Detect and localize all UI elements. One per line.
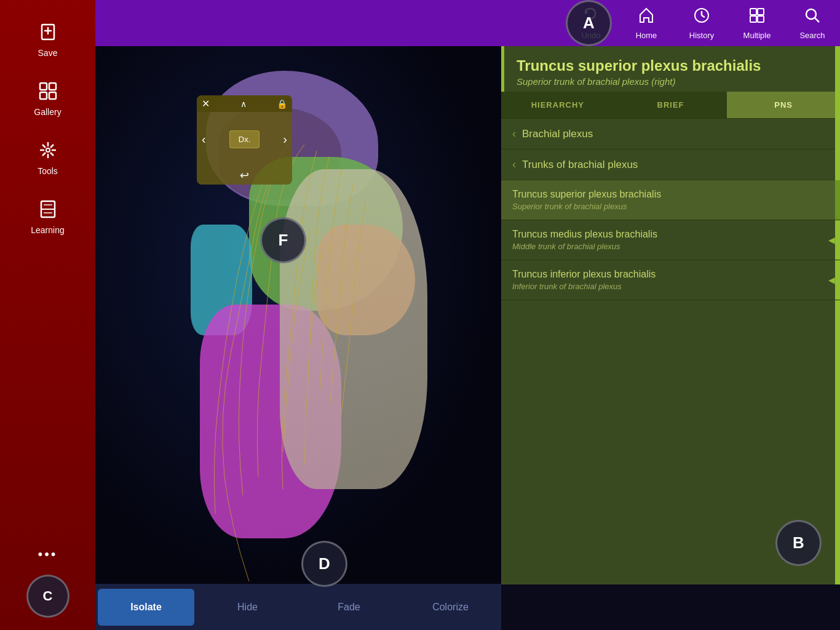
fp-main-controls: ‹ Dx. › <box>197 112 292 166</box>
svg-line-29 <box>815 18 819 22</box>
sidebar-c-button[interactable]: C <box>26 575 69 618</box>
rp-accent-bar <box>835 46 840 584</box>
3d-viewport[interactable]: ✕ ∧ 🔒 ‹ Dx. › ↩ F <box>95 46 501 584</box>
svg-line-23 <box>702 15 705 17</box>
item-title-1: Truncus superior plexus brachialis <box>512 189 829 200</box>
svg-point-7 <box>46 148 50 152</box>
home-icon <box>637 6 656 28</box>
skull-shape <box>280 169 427 489</box>
sidebar-item-learning[interactable]: Learning <box>11 189 85 242</box>
tab-hierarchy[interactable]: HIERARCHY <box>501 92 614 118</box>
svg-rect-6 <box>49 92 56 99</box>
top-toolbar: A Undo Home History <box>95 0 840 46</box>
save-icon <box>36 20 60 44</box>
history-label: History <box>689 31 714 40</box>
svg-rect-5 <box>40 92 47 99</box>
tab-pns[interactable]: PNS <box>727 92 840 118</box>
search-label: Search <box>799 31 825 40</box>
svg-line-13 <box>50 153 53 156</box>
breadcrumb-brachial-plexus[interactable]: ‹ Brachial plexus <box>501 119 840 150</box>
rp-subtitle: Superior trunk of brachial plexus (right… <box>517 76 828 87</box>
list-item-superior-trunk[interactable]: Truncus superior plexus brachialis Super… <box>501 180 840 220</box>
svg-line-12 <box>42 145 46 148</box>
fp-close-button[interactable]: ✕ <box>202 98 210 110</box>
svg-rect-27 <box>758 16 764 22</box>
breadcrumb-text-1: Brachial plexus <box>522 128 593 140</box>
svg-line-15 <box>42 153 46 156</box>
sidebar-learning-label: Learning <box>31 225 65 235</box>
toolbar-history-button[interactable]: History <box>674 1 729 45</box>
rp-tabs: HIERARCHY BRIEF PNS <box>501 92 840 119</box>
item-title-3: Truncus inferior plexus brachialis <box>512 269 829 280</box>
fp-collapse-button[interactable]: ∧ <box>240 99 247 109</box>
label-a: A <box>566 0 612 46</box>
toolbar-search-button[interactable]: Search <box>785 1 840 45</box>
item-subtitle-2: Middle trunk of brachial plexus <box>512 242 829 251</box>
label-b: B <box>775 520 822 566</box>
floating-control-panel: ✕ ∧ 🔒 ‹ Dx. › ↩ <box>197 95 292 185</box>
item-arrow-3: ◀ <box>828 275 835 285</box>
rp-title: Truncus superior plexus brachialis <box>517 57 828 74</box>
sidebar-tools-label: Tools <box>38 166 58 176</box>
bottom-isolate-button[interactable]: Isolate <box>98 589 194 626</box>
breadcrumb-text-2: Trunks of brachial plexus <box>522 159 638 171</box>
right-info-panel: Truncus superior plexus brachialis Super… <box>501 46 840 584</box>
sidebar-item-tools[interactable]: Tools <box>11 130 85 183</box>
fp-undo-button[interactable]: ↩ <box>240 169 249 182</box>
fp-undo-row: ↩ <box>197 166 292 185</box>
svg-rect-25 <box>758 9 764 15</box>
sidebar-item-gallery[interactable]: Gallery <box>11 71 85 124</box>
svg-rect-26 <box>750 16 756 22</box>
fp-prev-button[interactable]: ‹ <box>202 132 206 146</box>
multiple-icon <box>748 6 766 28</box>
bottom-hide-button[interactable]: Hide <box>199 589 296 626</box>
list-item-medius-trunk[interactable]: Truncus medius plexus brachialis Middle … <box>501 220 840 260</box>
tools-icon <box>36 138 60 162</box>
sidebar-item-save[interactable]: Save <box>11 12 85 65</box>
toolbar-multiple-button[interactable]: Multiple <box>729 1 785 45</box>
label-f: F <box>260 217 306 263</box>
fp-header: ✕ ∧ 🔒 <box>197 95 292 112</box>
svg-line-14 <box>50 145 53 148</box>
gallery-icon <box>36 79 60 103</box>
learning-icon <box>36 197 60 221</box>
bottom-colorize-button[interactable]: Colorize <box>402 589 499 626</box>
breadcrumb-chevron-2: ‹ <box>512 158 516 171</box>
sidebar-save-label: Save <box>38 48 58 58</box>
item-subtitle-1: Superior trunk of brachial plexus <box>512 202 829 211</box>
svg-rect-4 <box>49 83 56 90</box>
sidebar-more-dots[interactable]: ••• <box>38 546 57 562</box>
svg-rect-3 <box>40 83 47 90</box>
sidebar: Save Gallery <box>0 0 95 630</box>
label-d: D <box>301 541 347 587</box>
rp-content: ‹ Brachial plexus ‹ Trunks of brachial p… <box>501 119 840 584</box>
svg-point-28 <box>806 9 816 19</box>
fp-dx-label: Dx. <box>229 130 260 148</box>
search-icon <box>803 6 822 28</box>
fp-lock-icon[interactable]: 🔒 <box>277 99 287 109</box>
svg-rect-24 <box>750 9 756 15</box>
home-label: Home <box>636 31 657 40</box>
item-arrow-2: ◀ <box>828 235 835 245</box>
history-icon <box>692 6 711 28</box>
tab-brief[interactable]: BRIEF <box>614 92 727 118</box>
bottom-action-bar: Isolate Hide Fade Colorize <box>95 584 501 630</box>
breadcrumb-trunks[interactable]: ‹ Trunks of brachial plexus <box>501 150 840 180</box>
item-indicator-1 <box>835 180 840 220</box>
sidebar-gallery-label: Gallery <box>34 107 61 117</box>
item-title-2: Truncus medius plexus brachialis <box>512 229 829 240</box>
bottom-fade-button[interactable]: Fade <box>301 589 397 626</box>
item-subtitle-3: Inferior trunk of brachial plexus <box>512 282 829 291</box>
toolbar-home-button[interactable]: Home <box>619 1 674 45</box>
list-item-inferior-trunk[interactable]: Truncus inferior plexus brachialis Infer… <box>501 260 840 300</box>
breadcrumb-chevron-1: ‹ <box>512 127 516 140</box>
fp-next-button[interactable]: › <box>283 132 287 146</box>
multiple-label: Multiple <box>743 31 771 40</box>
rp-header: Truncus superior plexus brachialis Super… <box>501 46 840 92</box>
